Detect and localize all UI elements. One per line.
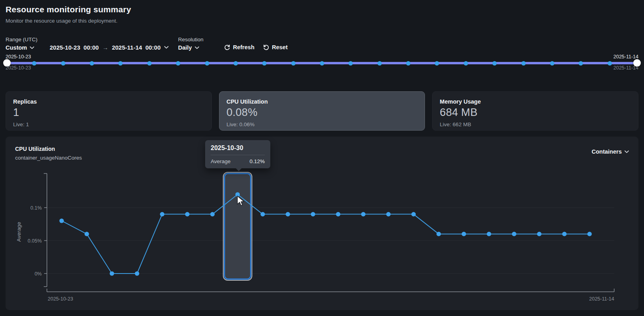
date-to: 2025-11-14 00:00 [112, 44, 161, 51]
y-tick-label: 0% [35, 271, 42, 277]
slider-tick-dot [579, 61, 583, 66]
data-point[interactable] [160, 212, 164, 216]
slider-tick-dot [435, 61, 439, 66]
reset-button[interactable]: Reset [263, 44, 288, 50]
slider-tick-dot [406, 61, 411, 66]
resolution-label: Resolution [178, 37, 204, 42]
stat-value: 684 MB [440, 106, 631, 119]
stat-value: 1 [13, 106, 204, 119]
stat-card-replicas[interactable]: Replicas 1 Live: 1 [6, 91, 212, 131]
y-tick-label: 0.1% [31, 205, 42, 211]
stat-live: Live: 1 [13, 121, 204, 127]
data-point[interactable] [462, 232, 466, 236]
slider-tick-dot [349, 61, 353, 66]
reset-icon [263, 44, 269, 50]
slider-tick-dot [521, 61, 526, 66]
slider-tick-dot [147, 61, 151, 66]
slider-tick-dot [90, 61, 94, 66]
tooltip-row: Average 0.12% [211, 158, 265, 164]
resource-monitoring-page: Resource monitoring summary Monitor the … [0, 0, 644, 316]
arrow-right-icon: → [102, 44, 108, 51]
data-point[interactable] [361, 212, 365, 216]
data-point[interactable] [487, 232, 491, 236]
refresh-label: Refresh [233, 44, 254, 50]
stat-value: 0.08% [227, 106, 418, 119]
slider-tick-dot [61, 61, 65, 66]
tooltip-series-name: Average [211, 158, 231, 164]
refresh-icon [224, 44, 230, 50]
data-point[interactable] [436, 232, 441, 236]
y-axis-title: Average [16, 222, 22, 242]
data-point[interactable] [286, 212, 290, 216]
time-range-slider: 2025-10-23 2025-11-14 2025-10-23 2025-11… [6, 55, 638, 73]
slider-tick-dot [464, 61, 468, 66]
x-axis-end-label: 2025-11-14 [589, 296, 614, 302]
stat-label: Replicas [13, 98, 204, 105]
slider-end-label: 2025-11-14 [613, 54, 638, 60]
page-title: Resource monitoring summary [6, 5, 131, 14]
data-point[interactable] [210, 212, 215, 216]
tooltip-date: 2025-10-30 [211, 145, 265, 155]
slider-tick-dot [176, 61, 180, 66]
stats-row: Replicas 1 Live: 1 CPU Utilization 0.08%… [6, 91, 638, 131]
tooltip-series-value: 0.12% [250, 158, 265, 164]
chevron-down-icon [195, 46, 199, 49]
slider-track[interactable] [6, 62, 638, 64]
data-point[interactable] [537, 232, 541, 236]
range-label: Range (UTC) [6, 37, 37, 42]
slider-tick-dot [233, 61, 238, 66]
cpu-series-line [62, 195, 590, 274]
slider-tick-dot [493, 61, 497, 66]
cpu-utilization-chart-panel: CPU Utilization container_usageNanoCores… [6, 137, 638, 310]
page-subtitle: Monitor the resource usage of this deplo… [6, 18, 117, 24]
slider-tick-dot [377, 61, 382, 66]
date-range-picker[interactable]: 2025-10-23 00:00 → 2025-11-14 00:00 [50, 44, 169, 51]
data-point[interactable] [59, 219, 64, 223]
range-value: Custom [6, 44, 27, 51]
slider-end-sublabel: 2025-11-14 [613, 65, 638, 71]
stat-card-memory-usage[interactable]: Memory Usage 684 MB Live: 662 MB [432, 91, 638, 131]
x-axis-start-label: 2025-10-23 [48, 296, 73, 302]
y-tick-label: 0.05% [28, 238, 42, 244]
stat-label: CPU Utilization [227, 98, 418, 105]
data-point[interactable] [311, 212, 315, 216]
slider-start-sublabel: 2025-10-23 [6, 65, 31, 71]
stat-live: Live: 662 MB [440, 121, 631, 127]
slider-tick-dot [118, 61, 123, 66]
data-point[interactable] [562, 232, 566, 236]
controls-row: Range (UTC) Custom 2025-10-23 00:00 → 20… [6, 37, 363, 53]
slider-tick-dot [205, 61, 209, 66]
slider-tick-dot [32, 61, 37, 66]
resolution-value: Daily [178, 44, 192, 51]
date-from: 2025-10-23 00:00 [50, 44, 99, 51]
slider-tick-dot [550, 61, 554, 66]
data-point[interactable] [411, 212, 416, 216]
slider-tick-dot [320, 61, 324, 66]
data-point[interactable] [587, 232, 592, 236]
data-point[interactable] [336, 212, 340, 216]
data-point[interactable] [185, 212, 190, 216]
slider-tick-dot [262, 61, 267, 66]
data-point[interactable] [110, 271, 114, 276]
refresh-button[interactable]: Refresh [224, 44, 254, 50]
data-point[interactable] [85, 232, 89, 236]
slider-tick-dot [607, 61, 612, 66]
chart-tooltip: 2025-10-30 Average 0.12% [205, 140, 270, 168]
chevron-down-icon [30, 46, 34, 49]
data-point[interactable] [260, 212, 265, 216]
stat-card-cpu-utilization[interactable]: CPU Utilization 0.08% Live: 0.06% [219, 91, 425, 131]
range-select[interactable]: Custom [6, 44, 34, 51]
data-point[interactable] [512, 232, 516, 236]
stat-live: Live: 0.06% [227, 121, 418, 127]
highlight-band[interactable] [225, 173, 251, 279]
chevron-down-icon [164, 46, 169, 49]
cpu-utilization-chart[interactable]: 0%0.05%0.1%2025-10-232025-11-14Average [6, 137, 638, 310]
slider-start-label: 2025-10-23 [6, 54, 31, 60]
data-point[interactable] [386, 212, 390, 216]
stat-label: Memory Usage [440, 98, 631, 105]
resolution-select[interactable]: Daily [178, 44, 199, 51]
slider-tick-dot [291, 61, 295, 66]
data-point[interactable] [135, 271, 139, 276]
reset-label: Reset [272, 44, 288, 50]
